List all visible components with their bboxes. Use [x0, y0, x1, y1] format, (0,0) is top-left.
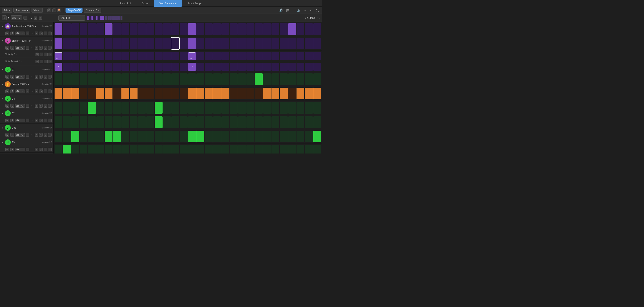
- step-cell-g3sharp-19[interactable]: [213, 131, 221, 142]
- step-cell-snap-30[interactable]: [305, 88, 312, 99]
- step-cell-shaker-noterepeat-30[interactable]: [305, 63, 312, 71]
- step-cell-g3sharp-6[interactable]: [105, 131, 112, 142]
- step-cell-shaker-noterepeat-2[interactable]: [71, 63, 79, 71]
- step-cell-shaker-17[interactable]: [196, 38, 204, 49]
- step-cell-shaker-velocity-13[interactable]: [163, 52, 171, 60]
- mute-e3[interactable]: M: [5, 75, 10, 79]
- step-cell-shaker-noterepeat-22[interactable]: [238, 63, 246, 71]
- step-cell-g3sharp-7[interactable]: [113, 131, 121, 142]
- step-cell-c3-10[interactable]: [138, 102, 146, 114]
- mute-a3[interactable]: M: [5, 148, 10, 151]
- nr-loop2[interactable]: □: [40, 60, 43, 63]
- mute-snap[interactable]: M: [5, 90, 10, 93]
- level-icon-btn[interactable]: ▤: [285, 8, 290, 13]
- step-cell-shaker-velocity-28[interactable]: [288, 52, 296, 60]
- step-cell-c3-22[interactable]: [238, 102, 246, 114]
- step-cell-snap-24[interactable]: [255, 88, 263, 99]
- tab-piano-roll[interactable]: Piano Roll: [115, 0, 137, 7]
- step-cell-shaker-24[interactable]: [255, 38, 263, 49]
- loop-btn-2[interactable]: ▷: [39, 16, 42, 20]
- step-cell-a3-5[interactable]: [96, 145, 104, 154]
- loop1-shaker[interactable]: ⊡: [35, 46, 38, 50]
- grid-icon-btn[interactable]: ⊞: [48, 9, 51, 12]
- step-cell-shaker-noterepeat-4[interactable]: [88, 63, 96, 71]
- down-snap[interactable]: ↓: [44, 90, 47, 93]
- step-cell-shaker-noterepeat-11[interactable]: [146, 63, 154, 71]
- step-cell-shaker-4[interactable]: [88, 38, 96, 49]
- step-cell-g3sharp-17[interactable]: [196, 131, 204, 142]
- step-cell-e3-24[interactable]: [255, 73, 263, 85]
- loop1-c3[interactable]: ⊡: [35, 104, 38, 108]
- step-cell-c3-18[interactable]: [205, 102, 213, 114]
- step-cell-tambourine-9[interactable]: [130, 23, 138, 35]
- step-cell-shaker-28[interactable]: [288, 38, 296, 49]
- up-icon-btn[interactable]: ↑: [291, 8, 295, 13]
- step-cell-c3-25[interactable]: [263, 102, 271, 114]
- step-cell-shaker-velocity-6[interactable]: [105, 52, 112, 60]
- step-cell-e3-11[interactable]: [146, 73, 154, 85]
- step-cell-tambourine-22[interactable]: [238, 23, 246, 35]
- step-cell-g3sharp-13[interactable]: [163, 131, 171, 142]
- step-cell-b2-6[interactable]: [105, 116, 112, 128]
- division-c3[interactable]: /16 ⌃⌄: [15, 104, 25, 108]
- step-cell-snap-18[interactable]: [205, 88, 213, 99]
- expand-snap[interactable]: ▶: [1, 83, 4, 86]
- step-cell-e3-20[interactable]: [222, 73, 229, 85]
- step-cell-e3-23[interactable]: [246, 73, 254, 85]
- step-cell-g3sharp-26[interactable]: [272, 131, 279, 142]
- arrow-a3[interactable]: →: [26, 148, 29, 151]
- step-cell-c3-23[interactable]: [246, 102, 254, 114]
- step-cell-tambourine-13[interactable]: [163, 23, 171, 35]
- tab-score[interactable]: Score: [137, 0, 154, 7]
- up-snap[interactable]: ↑: [48, 90, 52, 93]
- up-b2[interactable]: ↑: [48, 119, 52, 122]
- step-cell-c3-2[interactable]: [71, 102, 79, 114]
- step-cell-shaker-noterepeat-23[interactable]: [246, 63, 254, 71]
- step-cell-b2-13[interactable]: [163, 116, 171, 128]
- step-cell-e3-8[interactable]: [122, 73, 129, 85]
- step-cell-shaker-velocity-0[interactable]: 100: [54, 52, 62, 60]
- step-cell-shaker-velocity-4[interactable]: [88, 52, 96, 60]
- step-cell-b2-15[interactable]: [180, 116, 188, 128]
- step-cell-g3sharp-2[interactable]: [71, 131, 79, 142]
- mute-shaker[interactable]: M: [5, 46, 10, 50]
- step-cell-shaker-noterepeat-3[interactable]: [80, 63, 88, 71]
- up-c3[interactable]: ↑: [48, 104, 52, 108]
- step-cell-shaker-11[interactable]: [146, 38, 154, 49]
- vel-down[interactable]: ↓: [44, 53, 48, 56]
- up-tambourine[interactable]: ↑: [48, 32, 52, 35]
- step-cell-c3-24[interactable]: [255, 102, 263, 114]
- step-cell-shaker-21[interactable]: [230, 38, 238, 49]
- step-cell-snap-13[interactable]: [163, 88, 171, 99]
- division-b2[interactable]: /16 ⌃⌄: [15, 119, 25, 122]
- step-cell-snap-15[interactable]: [180, 88, 188, 99]
- step-cell-g3sharp-11[interactable]: [146, 131, 154, 142]
- step-cell-a3-9[interactable]: [130, 145, 138, 154]
- expand-b2[interactable]: ▶: [1, 112, 4, 115]
- step-cell-shaker-noterepeat-27[interactable]: [280, 63, 288, 71]
- step-cell-e3-12[interactable]: [155, 73, 162, 85]
- step-cell-c3-17[interactable]: [196, 102, 204, 114]
- add-track-button[interactable]: +: [2, 16, 7, 20]
- step-cell-shaker-velocity-3[interactable]: [80, 52, 88, 60]
- step-cell-snap-16[interactable]: [188, 88, 196, 99]
- step-cell-shaker-noterepeat-20[interactable]: [222, 63, 229, 71]
- nr-loop1[interactable]: ⊡: [35, 60, 39, 63]
- down-g3sharp[interactable]: ↓: [44, 133, 47, 137]
- step-cell-b2-9[interactable]: [130, 116, 138, 128]
- step-cell-shaker-19[interactable]: [213, 38, 221, 49]
- step-cell-snap-28[interactable]: [288, 88, 296, 99]
- step-cell-a3-8[interactable]: [122, 145, 129, 154]
- arrow-b2[interactable]: →: [26, 119, 29, 122]
- step-cell-shaker-noterepeat-17[interactable]: [196, 63, 204, 71]
- step-cell-g3sharp-15[interactable]: [180, 131, 188, 142]
- step-cell-e3-22[interactable]: [238, 73, 246, 85]
- step-cell-snap-3[interactable]: [80, 88, 88, 99]
- step-cell-b2-22[interactable]: [238, 116, 246, 128]
- step-cell-shaker-7[interactable]: [113, 38, 121, 49]
- step-cell-shaker-noterepeat-29[interactable]: [296, 63, 304, 71]
- step-cell-e3-19[interactable]: [213, 73, 221, 85]
- step-cell-shaker-noterepeat-15[interactable]: [180, 63, 188, 71]
- step-cell-shaker-velocity-21[interactable]: [230, 52, 238, 60]
- step-cell-tambourine-6[interactable]: [105, 23, 112, 35]
